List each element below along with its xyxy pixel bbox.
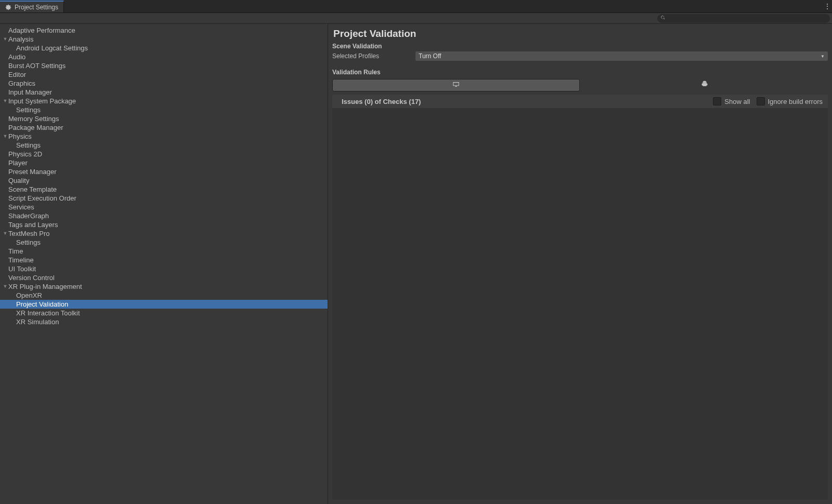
sidebar-item-label: Project Validation [16, 300, 68, 309]
page-title: Project Validation [333, 28, 828, 39]
sidebar-item-project-validation[interactable]: Project Validation [0, 300, 328, 309]
sidebar-item-label: Settings [16, 141, 41, 150]
monitor-icon [452, 81, 460, 90]
sidebar-item-xr-simulation[interactable]: XR Simulation [0, 317, 328, 326]
sidebar-item-label: Version Control [8, 273, 55, 282]
sidebar-item-label: Settings [16, 105, 41, 114]
sidebar-item-graphics[interactable]: Graphics [0, 79, 328, 88]
selected-profiles-label: Selected Profiles [332, 52, 415, 60]
sidebar-item-audio[interactable]: Audio [0, 52, 328, 61]
sidebar-item-label: Settings [16, 238, 41, 247]
sidebar-item-label: Graphics [8, 79, 35, 88]
sidebar-item-label: XR Simulation [16, 317, 59, 326]
platform-tab-android[interactable] [582, 79, 828, 90]
selected-profiles-dropdown[interactable]: Turn Off ▼ [415, 51, 828, 61]
sidebar-item-label: Quality [8, 176, 29, 185]
caret-down-icon: ▼ [2, 35, 8, 44]
sidebar-item-burst-aot-settings[interactable]: Burst AOT Settings [0, 61, 328, 70]
sidebar-item-time[interactable]: Time [0, 247, 328, 256]
caret-down-icon: ▼ [2, 132, 8, 141]
sidebar-item-label: XR Plug-in Management [8, 282, 82, 291]
sidebar-item-settings[interactable]: Settings [0, 105, 328, 114]
sidebar-item-label: Services [8, 203, 34, 211]
sidebar-item-openxr[interactable]: OpenXR [0, 291, 328, 300]
sidebar-item-label: XR Interaction Toolkit [16, 309, 80, 317]
scene-validation-label: Scene Validation [332, 43, 828, 50]
sidebar-item-textmesh-pro[interactable]: ▼TextMesh Pro [0, 229, 328, 238]
sidebar-item-preset-manager[interactable]: Preset Manager [0, 167, 328, 176]
sidebar-item-physics-2d[interactable]: Physics 2D [0, 150, 328, 158]
sidebar-item-android-logcat-settings[interactable]: Android Logcat Settings [0, 44, 328, 52]
sidebar-item-version-control[interactable]: Version Control [0, 273, 328, 282]
window-menu-button[interactable]: ⋮ [822, 0, 832, 12]
sidebar-item-label: Analysis [8, 35, 33, 44]
sidebar-item-label: Package Manager [8, 123, 63, 132]
sidebar-item-xr-plug-in-management[interactable]: ▼XR Plug-in Management [0, 282, 328, 291]
sidebar-item-services[interactable]: Services [0, 203, 328, 211]
show-all-label: Show all [724, 98, 750, 105]
caret-down-icon: ▼ [2, 229, 8, 238]
sidebar-item-label: Player [8, 158, 28, 167]
tab-label: Project Settings [15, 4, 58, 11]
sidebar-item-ui-toolkit[interactable]: UI Toolkit [0, 264, 328, 273]
sidebar-item-timeline[interactable]: Timeline [0, 256, 328, 264]
sidebar-item-quality[interactable]: Quality [0, 176, 328, 185]
sidebar-item-adaptive-performance[interactable]: Adaptive Performance [0, 26, 328, 35]
sidebar-item-label: Timeline [8, 256, 34, 264]
sidebar-item-shadergraph[interactable]: ShaderGraph [0, 211, 328, 220]
issues-summary: Issues (0) of Checks (17) [342, 98, 707, 105]
content-panel: Project Validation Scene Validation Sele… [328, 24, 832, 504]
sidebar-item-tags-and-layers[interactable]: Tags and Layers [0, 220, 328, 229]
sidebar-item-analysis[interactable]: ▼Analysis [0, 35, 328, 44]
title-bar: Project Settings ⋮ [0, 0, 832, 13]
dropdown-value: Turn Off [419, 52, 441, 60]
sidebar-item-package-manager[interactable]: Package Manager [0, 123, 328, 132]
sidebar-item-physics[interactable]: ▼Physics [0, 132, 328, 141]
caret-down-icon: ▼ [2, 97, 8, 105]
validation-rules-label: Validation Rules [332, 69, 828, 76]
sidebar-item-label: Burst AOT Settings [8, 61, 66, 70]
show-all-toggle[interactable]: Show all [713, 97, 750, 105]
sidebar-item-label: Android Logcat Settings [16, 44, 88, 52]
gear-icon [5, 4, 11, 10]
sidebar-item-label: Input System Package [8, 97, 76, 105]
sidebar-item-label: Scene Template [8, 185, 57, 194]
checkbox-icon [757, 97, 765, 105]
search-box[interactable] [657, 14, 830, 23]
android-icon [701, 81, 708, 89]
platform-tabs [332, 79, 828, 91]
sidebar-item-label: UI Toolkit [8, 264, 36, 273]
sidebar-item-input-system-package[interactable]: ▼Input System Package [0, 97, 328, 105]
ignore-build-errors-toggle[interactable]: Ignore build errors [757, 97, 823, 105]
sidebar-item-player[interactable]: Player [0, 158, 328, 167]
selected-profiles-row: Selected Profiles Turn Off ▼ [332, 51, 828, 61]
sidebar-item-settings[interactable]: Settings [0, 238, 328, 247]
sidebar-item-label: Audio [8, 52, 25, 61]
sidebar-item-label: TextMesh Pro [8, 229, 49, 238]
platform-tab-standalone[interactable] [332, 79, 580, 91]
sidebar-item-label: Tags and Layers [8, 220, 58, 229]
sidebar-item-scene-template[interactable]: Scene Template [0, 185, 328, 194]
sidebar-item-label: Time [8, 247, 23, 256]
sidebar-item-editor[interactable]: Editor [0, 70, 328, 79]
tab-project-settings[interactable]: Project Settings [0, 1, 64, 12]
sidebar-item-memory-settings[interactable]: Memory Settings [0, 114, 328, 123]
sidebar-item-settings[interactable]: Settings [0, 141, 328, 150]
sidebar-item-label: Physics [8, 132, 32, 141]
kebab-icon: ⋮ [824, 2, 830, 10]
sidebar-item-label: Input Manager [8, 88, 52, 97]
sidebar-item-xr-interaction-toolkit[interactable]: XR Interaction Toolkit [0, 309, 328, 317]
sidebar-item-label: ShaderGraph [8, 211, 49, 220]
ignore-errors-label: Ignore build errors [768, 98, 823, 105]
caret-down-icon: ▼ [2, 282, 8, 291]
sidebar-item-label: Preset Manager [8, 167, 57, 176]
sidebar-item-label: Script Execution Order [8, 194, 76, 203]
issues-bar: Issues (0) of Checks (17) Show all Ignor… [332, 95, 828, 108]
sidebar-item-input-manager[interactable]: Input Manager [0, 88, 328, 97]
issues-list [332, 108, 828, 500]
settings-sidebar: Adaptive Performance▼AnalysisAndroid Log… [0, 24, 328, 504]
search-input[interactable] [668, 14, 827, 22]
sidebar-item-script-execution-order[interactable]: Script Execution Order [0, 194, 328, 203]
search-icon [660, 15, 666, 22]
sidebar-item-label: OpenXR [16, 291, 42, 300]
